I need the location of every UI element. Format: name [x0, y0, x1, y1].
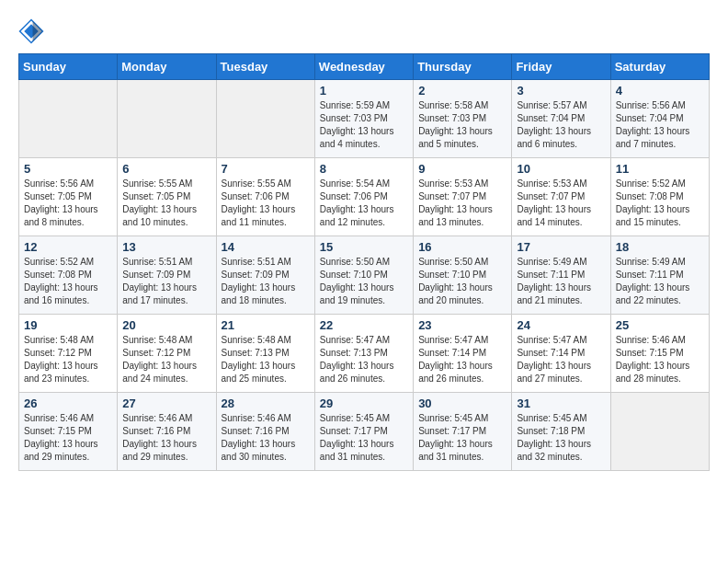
day-number: 11: [616, 162, 704, 176]
day-info: Sunrise: 5:55 AM Sunset: 7:05 PM Dayligh…: [122, 178, 210, 229]
day-info: Sunrise: 5:59 AM Sunset: 7:03 PM Dayligh…: [320, 99, 408, 151]
day-info: Sunrise: 5:49 AM Sunset: 7:11 PM Dayligh…: [616, 256, 704, 307]
calendar-week-row: 19Sunrise: 5:48 AM Sunset: 7:12 PM Dayli…: [19, 315, 710, 393]
calendar-cell: 29Sunrise: 5:45 AM Sunset: 7:17 PM Dayli…: [314, 393, 413, 471]
day-number: 15: [320, 240, 408, 254]
weekday-header-cell: Friday: [512, 54, 610, 80]
day-info: Sunrise: 5:56 AM Sunset: 7:04 PM Dayligh…: [616, 99, 704, 151]
calendar-cell: 18Sunrise: 5:49 AM Sunset: 7:11 PM Dayli…: [610, 236, 709, 315]
calendar-cell: 24Sunrise: 5:47 AM Sunset: 7:14 PM Dayli…: [512, 315, 610, 393]
calendar-cell: 30Sunrise: 5:45 AM Sunset: 7:17 PM Dayli…: [414, 393, 512, 471]
day-number: 10: [517, 162, 605, 176]
calendar-cell: 8Sunrise: 5:54 AM Sunset: 7:06 PM Daylig…: [314, 158, 413, 236]
day-number: 21: [222, 318, 310, 332]
weekday-header-cell: Saturday: [610, 54, 709, 80]
calendar-cell: 6Sunrise: 5:55 AM Sunset: 7:05 PM Daylig…: [118, 158, 216, 236]
day-number: 28: [222, 396, 310, 410]
day-info: Sunrise: 5:48 AM Sunset: 7:12 PM Dayligh…: [122, 334, 210, 385]
day-number: 26: [24, 396, 112, 410]
day-number: 5: [24, 162, 112, 176]
day-number: 25: [616, 318, 704, 332]
calendar-table: SundayMondayTuesdayWednesdayThursdayFrid…: [18, 53, 710, 471]
day-number: 2: [418, 84, 506, 98]
day-number: 24: [517, 318, 605, 332]
calendar-cell: 26Sunrise: 5:46 AM Sunset: 7:15 PM Dayli…: [19, 393, 118, 471]
calendar-cell: 31Sunrise: 5:45 AM Sunset: 7:18 PM Dayli…: [512, 393, 610, 471]
calendar-cell: 16Sunrise: 5:50 AM Sunset: 7:10 PM Dayli…: [414, 236, 512, 315]
day-number: 20: [122, 318, 210, 332]
calendar-cell: 21Sunrise: 5:48 AM Sunset: 7:13 PM Dayli…: [216, 315, 314, 393]
calendar-cell: [118, 80, 216, 158]
calendar-week-row: 1Sunrise: 5:59 AM Sunset: 7:03 PM Daylig…: [19, 80, 710, 158]
day-number: 31: [517, 396, 605, 410]
day-number: 16: [418, 240, 506, 254]
weekday-header-cell: Thursday: [414, 54, 512, 80]
day-info: Sunrise: 5:53 AM Sunset: 7:07 PM Dayligh…: [418, 178, 506, 229]
day-info: Sunrise: 5:52 AM Sunset: 7:08 PM Dayligh…: [24, 256, 112, 307]
calendar-cell: 4Sunrise: 5:56 AM Sunset: 7:04 PM Daylig…: [610, 80, 709, 158]
day-info: Sunrise: 5:47 AM Sunset: 7:13 PM Dayligh…: [320, 334, 408, 385]
weekday-header-cell: Monday: [118, 54, 216, 80]
day-number: 22: [320, 318, 408, 332]
calendar-cell: 17Sunrise: 5:49 AM Sunset: 7:11 PM Dayli…: [512, 236, 610, 315]
day-number: 29: [320, 396, 408, 410]
day-number: 12: [24, 240, 112, 254]
day-info: Sunrise: 5:48 AM Sunset: 7:13 PM Dayligh…: [222, 334, 310, 385]
day-info: Sunrise: 5:46 AM Sunset: 7:15 PM Dayligh…: [24, 412, 112, 464]
day-info: Sunrise: 5:50 AM Sunset: 7:10 PM Dayligh…: [418, 256, 506, 307]
calendar-cell: 10Sunrise: 5:53 AM Sunset: 7:07 PM Dayli…: [512, 158, 610, 236]
calendar-cell: [19, 80, 118, 158]
page-header: [18, 18, 710, 44]
calendar-cell: 28Sunrise: 5:46 AM Sunset: 7:16 PM Dayli…: [216, 393, 314, 471]
day-number: 13: [122, 240, 210, 254]
calendar-week-row: 5Sunrise: 5:56 AM Sunset: 7:05 PM Daylig…: [19, 158, 710, 236]
calendar-body: 1Sunrise: 5:59 AM Sunset: 7:03 PM Daylig…: [19, 80, 710, 471]
day-info: Sunrise: 5:45 AM Sunset: 7:18 PM Dayligh…: [517, 412, 605, 464]
day-info: Sunrise: 5:57 AM Sunset: 7:04 PM Dayligh…: [517, 99, 605, 151]
day-info: Sunrise: 5:51 AM Sunset: 7:09 PM Dayligh…: [122, 256, 210, 307]
calendar-cell: [610, 393, 709, 471]
calendar-cell: 7Sunrise: 5:55 AM Sunset: 7:06 PM Daylig…: [216, 158, 314, 236]
calendar-cell: 25Sunrise: 5:46 AM Sunset: 7:15 PM Dayli…: [610, 315, 709, 393]
day-number: 19: [24, 318, 112, 332]
logo-icon: [18, 18, 44, 44]
calendar-cell: 3Sunrise: 5:57 AM Sunset: 7:04 PM Daylig…: [512, 80, 610, 158]
day-number: 30: [418, 396, 506, 410]
day-info: Sunrise: 5:46 AM Sunset: 7:16 PM Dayligh…: [122, 412, 210, 464]
day-info: Sunrise: 5:45 AM Sunset: 7:17 PM Dayligh…: [320, 412, 408, 464]
day-number: 7: [222, 162, 310, 176]
day-info: Sunrise: 5:58 AM Sunset: 7:03 PM Dayligh…: [418, 99, 506, 151]
calendar-cell: 5Sunrise: 5:56 AM Sunset: 7:05 PM Daylig…: [19, 158, 118, 236]
calendar-cell: 22Sunrise: 5:47 AM Sunset: 7:13 PM Dayli…: [314, 315, 413, 393]
day-info: Sunrise: 5:54 AM Sunset: 7:06 PM Dayligh…: [320, 178, 408, 229]
day-info: Sunrise: 5:46 AM Sunset: 7:15 PM Dayligh…: [616, 334, 704, 385]
calendar-cell: [216, 80, 314, 158]
day-info: Sunrise: 5:50 AM Sunset: 7:10 PM Dayligh…: [320, 256, 408, 307]
day-number: 9: [418, 162, 506, 176]
day-info: Sunrise: 5:52 AM Sunset: 7:08 PM Dayligh…: [616, 178, 704, 229]
day-number: 23: [418, 318, 506, 332]
day-info: Sunrise: 5:55 AM Sunset: 7:06 PM Dayligh…: [222, 178, 310, 229]
calendar-cell: 11Sunrise: 5:52 AM Sunset: 7:08 PM Dayli…: [610, 158, 709, 236]
calendar-cell: 20Sunrise: 5:48 AM Sunset: 7:12 PM Dayli…: [118, 315, 216, 393]
day-number: 1: [320, 84, 408, 98]
day-number: 27: [122, 396, 210, 410]
calendar-cell: 1Sunrise: 5:59 AM Sunset: 7:03 PM Daylig…: [314, 80, 413, 158]
calendar-week-row: 12Sunrise: 5:52 AM Sunset: 7:08 PM Dayli…: [19, 236, 710, 315]
calendar-cell: 19Sunrise: 5:48 AM Sunset: 7:12 PM Dayli…: [19, 315, 118, 393]
day-number: 14: [222, 240, 310, 254]
day-info: Sunrise: 5:47 AM Sunset: 7:14 PM Dayligh…: [517, 334, 605, 385]
calendar-cell: 15Sunrise: 5:50 AM Sunset: 7:10 PM Dayli…: [314, 236, 413, 315]
logo: [18, 18, 46, 44]
weekday-header-cell: Tuesday: [216, 54, 314, 80]
svg-marker-2: [33, 21, 43, 41]
day-info: Sunrise: 5:56 AM Sunset: 7:05 PM Dayligh…: [24, 178, 112, 229]
calendar-cell: 23Sunrise: 5:47 AM Sunset: 7:14 PM Dayli…: [414, 315, 512, 393]
day-info: Sunrise: 5:49 AM Sunset: 7:11 PM Dayligh…: [517, 256, 605, 307]
day-info: Sunrise: 5:53 AM Sunset: 7:07 PM Dayligh…: [517, 178, 605, 229]
calendar-cell: 27Sunrise: 5:46 AM Sunset: 7:16 PM Dayli…: [118, 393, 216, 471]
day-info: Sunrise: 5:45 AM Sunset: 7:17 PM Dayligh…: [418, 412, 506, 464]
weekday-header-cell: Wednesday: [314, 54, 413, 80]
calendar-week-row: 26Sunrise: 5:46 AM Sunset: 7:15 PM Dayli…: [19, 393, 710, 471]
day-number: 8: [320, 162, 408, 176]
